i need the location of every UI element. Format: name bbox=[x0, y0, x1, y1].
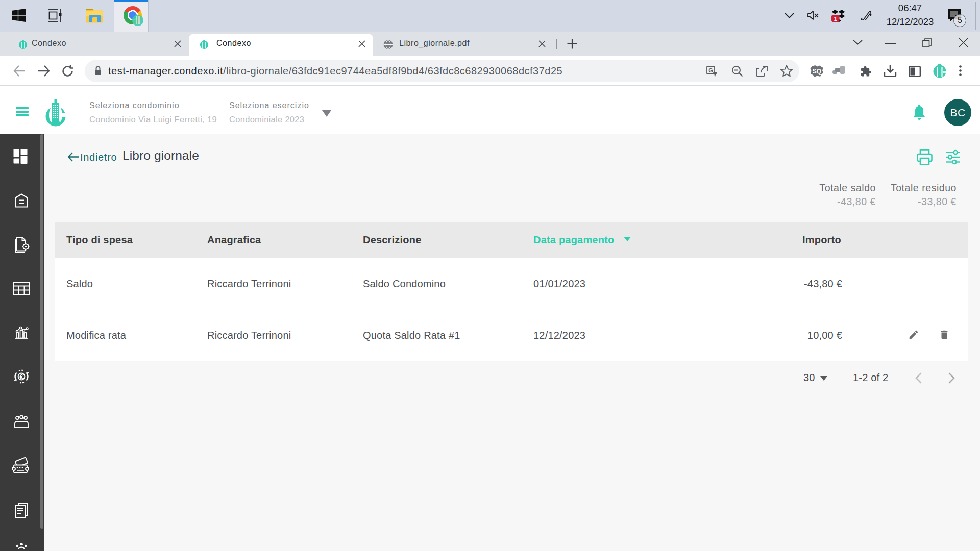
svg-text:G: G bbox=[708, 67, 713, 73]
svg-text:SQ: SQ bbox=[813, 68, 821, 75]
svg-text:1: 1 bbox=[834, 16, 837, 22]
svg-text:€: € bbox=[20, 373, 23, 381]
